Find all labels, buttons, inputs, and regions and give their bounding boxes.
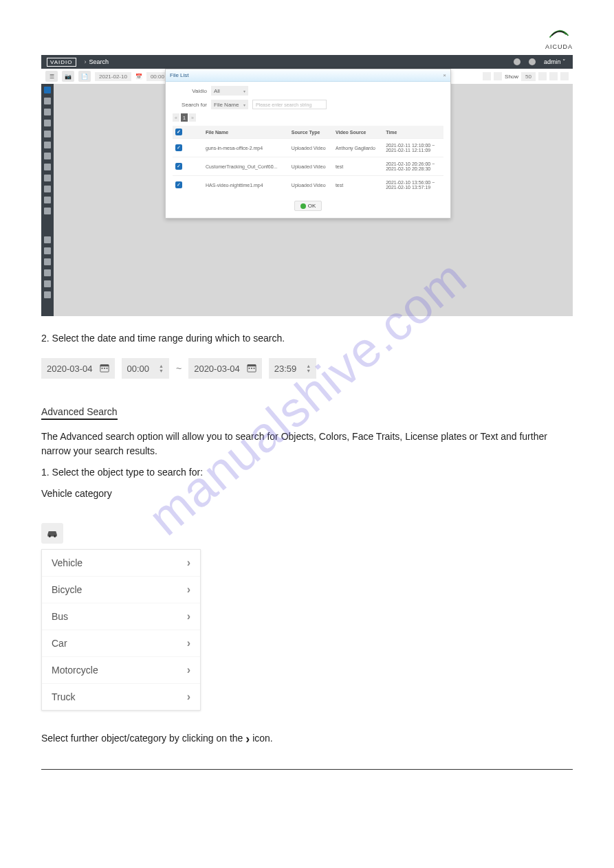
col-sourcetype: Source Type — [289, 126, 333, 139]
sidebar-eye-icon[interactable] — [44, 197, 51, 203]
globe-icon[interactable] — [529, 58, 536, 65]
sidebar-crowd-icon[interactable] — [44, 131, 51, 137]
pager-current[interactable]: 1 — [181, 113, 188, 122]
pager-next[interactable]: » — [189, 113, 196, 122]
sidebar-vehicle-icon[interactable] — [44, 109, 51, 115]
sidebar-track-icon[interactable] — [44, 142, 51, 148]
prev-page-icon[interactable] — [483, 72, 491, 80]
cell-stype: Uploaded Video — [289, 139, 333, 157]
sidebar-alert-icon[interactable] — [44, 164, 51, 170]
svg-rect-4 — [104, 368, 105, 369]
svg-rect-3 — [101, 368, 102, 369]
export-icon[interactable] — [560, 72, 569, 80]
camera-icon[interactable]: 📷 — [62, 71, 74, 82]
sidebar-tools-icon[interactable] — [44, 236, 51, 243]
sidebar-search-icon[interactable] — [44, 87, 51, 93]
vehicle-category-label: Vehicle category — [41, 487, 573, 501]
sidebar-info-icon[interactable] — [44, 175, 51, 181]
menu-item-bicycle[interactable]: Bicycle › — [42, 577, 200, 603]
brand-name: AICUDA — [545, 43, 573, 50]
svg-point-12 — [54, 535, 56, 537]
app-header: VAIDIO › Search admin ˅ — [41, 55, 573, 69]
col-time: Time — [383, 126, 443, 139]
search-input[interactable]: Please enter search string — [252, 100, 327, 109]
date-to[interactable]: 2020-03-04 — [188, 358, 262, 379]
vaidio-select[interactable]: All — [211, 86, 248, 96]
time-from[interactable]: 00:00 ▲▼ — [122, 358, 169, 379]
info-icon[interactable] — [514, 58, 520, 65]
sidebar-plate-icon[interactable] — [44, 120, 51, 126]
searchfor-select[interactable]: File Name — [211, 100, 248, 109]
header-checkbox[interactable]: ✓ — [175, 129, 182, 135]
menu-label: Truck — [52, 691, 75, 702]
menu-label: Bicycle — [52, 584, 82, 595]
file-icon[interactable]: 📄 — [78, 71, 91, 82]
cell-stype: Uploaded Video — [289, 157, 333, 176]
svg-point-0 — [564, 32, 567, 34]
time-to[interactable]: 23:59 ▲▼ — [269, 358, 316, 379]
vehicle-filter-button[interactable] — [41, 523, 63, 544]
menu-label: Car — [52, 638, 67, 649]
sidebar-camera2-icon[interactable] — [44, 258, 51, 265]
table-row: ✓ CustomerTracking_Out_Conf60... Uploade… — [173, 157, 443, 176]
cell-vsrc: test — [333, 157, 383, 176]
sidebar-bell-icon[interactable] — [44, 186, 51, 192]
sidebar-settings-icon[interactable] — [44, 291, 51, 298]
next-page-icon[interactable] — [494, 72, 502, 80]
app-logo: VAIDIO — [47, 58, 76, 67]
modal-pager: « 1 » — [173, 113, 443, 122]
toolbar-date[interactable]: 2021-02-10 — [95, 72, 131, 81]
close-icon[interactable]: × — [443, 72, 446, 78]
row-checkbox[interactable]: ✓ — [175, 181, 182, 188]
col-filename: File Name — [203, 126, 289, 139]
car-icon — [46, 528, 58, 538]
cell-file: CustomerTracking_Out_Conf60... — [203, 157, 289, 176]
date-from[interactable]: 2020-03-04 — [41, 358, 115, 379]
file-list-modal: File List × Vaidio All Search for File N… — [165, 69, 451, 219]
menu-item-car[interactable]: Car › — [42, 630, 200, 657]
check-icon — [300, 203, 306, 209]
svg-rect-9 — [251, 368, 252, 369]
table-row: ✓ guns-in-mesa-office-2.mp4 Uploaded Vid… — [173, 139, 443, 157]
chevron-right-icon: › — [187, 610, 190, 623]
spinner-icon[interactable]: ▲▼ — [306, 364, 311, 373]
row-checkbox[interactable]: ✓ — [175, 163, 182, 170]
date-range-row: 2020-03-04 00:00 ▲▼ ~ 2020-03-04 23:59 ▲… — [41, 358, 573, 379]
grid-view-icon[interactable] — [538, 72, 547, 80]
chevron-right-icon: › — [187, 583, 190, 596]
brand-logo: AICUDA — [545, 27, 573, 50]
admin-menu[interactable]: admin ˅ — [544, 58, 566, 65]
row-checkbox[interactable]: ✓ — [175, 144, 182, 151]
filter-icon[interactable]: ☰ — [45, 71, 58, 82]
time-to-text: 23:59 — [274, 364, 297, 374]
cell-time: 2021-02-10 20:26:00 ~ 2021-02-10 20:28:3… — [383, 157, 443, 176]
menu-item-bus[interactable]: Bus › — [42, 603, 200, 630]
step-vehicle-text: 1. Select the object type to search for: — [41, 465, 573, 480]
sidebar-doc-icon[interactable] — [44, 247, 51, 254]
chevron-right-icon: › — [245, 732, 250, 746]
calendar-icon[interactable] — [247, 363, 256, 375]
date-to-text: 2020-03-04 — [194, 364, 240, 374]
cell-time: 2021-02-11 12:10:00 ~ 2021-02-11 12:11:0… — [383, 139, 443, 157]
list-view-icon[interactable] — [549, 72, 558, 80]
sidebar-intrusion-icon[interactable] — [44, 153, 51, 159]
breadcrumb-search[interactable]: Search — [89, 58, 109, 65]
cell-vsrc: Anthony Gagliardo — [333, 139, 383, 157]
menu-item-truck[interactable]: Truck › — [42, 684, 200, 710]
sidebar-chart-icon[interactable] — [44, 208, 51, 214]
sidebar-face-icon[interactable] — [44, 98, 51, 104]
menu-item-motorcycle[interactable]: Motorcycle › — [42, 657, 200, 684]
ok-button[interactable]: OK — [294, 201, 322, 211]
col-videosource: Video Source — [333, 126, 383, 139]
advanced-search-heading: Advanced Search — [41, 406, 118, 420]
menu-item-vehicle[interactable]: Vehicle › — [42, 550, 200, 577]
show-select[interactable]: 50 — [521, 72, 536, 81]
calendar-icon[interactable]: 📅 — [135, 74, 142, 80]
sidebar-server-icon[interactable] — [44, 269, 51, 276]
sidebar-user-icon[interactable] — [44, 280, 51, 287]
svg-point-11 — [49, 535, 51, 537]
spinner-icon[interactable]: ▲▼ — [159, 364, 164, 373]
pager-prev[interactable]: « — [173, 113, 179, 122]
calendar-icon[interactable] — [100, 363, 109, 375]
label-vaidio: Vaidio — [173, 88, 207, 94]
